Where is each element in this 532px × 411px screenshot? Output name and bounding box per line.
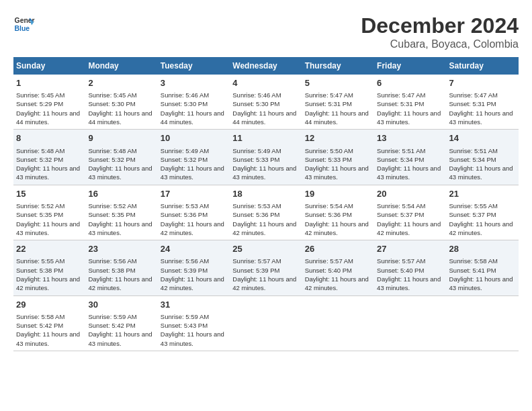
sunrise-label: Sunrise: 5:47 AM xyxy=(305,91,353,99)
daylight-label: Daylight: 11 hours and 43 minutes. xyxy=(161,165,224,181)
day-number: 13 xyxy=(377,132,443,144)
sunset-label: Sunset: 5:42 PM xyxy=(16,322,63,329)
sunrise-label: Sunrise: 5:58 AM xyxy=(16,313,64,320)
sunset-label: Sunset: 5:32 PM xyxy=(88,156,135,163)
sunset-label: Sunset: 5:31 PM xyxy=(449,100,496,107)
table-row: 6 Sunrise: 5:47 AM Sunset: 5:31 PM Dayli… xyxy=(374,75,446,130)
daylight-label: Daylight: 11 hours and 43 minutes. xyxy=(449,165,513,181)
day-number: 17 xyxy=(161,188,227,200)
sunset-label: Sunset: 5:30 PM xyxy=(232,100,279,107)
calendar-header-row: Sunday Monday Tuesday Wednesday Thursday… xyxy=(13,57,519,75)
sunset-label: Sunset: 5:32 PM xyxy=(16,156,63,163)
sunrise-label: Sunrise: 5:56 AM xyxy=(88,257,136,265)
daylight-label: Daylight: 11 hours and 42 minutes. xyxy=(305,275,369,291)
sunrise-label: Sunrise: 5:45 AM xyxy=(16,91,64,99)
table-row: 29 Sunrise: 5:58 AM Sunset: 5:42 PM Dayl… xyxy=(13,295,85,351)
day-number: 28 xyxy=(449,243,516,255)
daylight-label: Daylight: 11 hours and 42 minutes. xyxy=(232,275,296,291)
table-row: 30 Sunrise: 5:59 AM Sunset: 5:42 PM Dayl… xyxy=(85,295,157,351)
sunrise-label: Sunrise: 5:47 AM xyxy=(377,91,425,99)
day-number: 31 xyxy=(161,299,227,311)
sunrise-label: Sunrise: 5:51 AM xyxy=(377,147,425,154)
title-area: December 2024 Cubara, Boyaca, Colombia xyxy=(361,13,519,50)
calendar-week-4: 22 Sunrise: 5:55 AM Sunset: 5:38 PM Dayl… xyxy=(13,240,519,295)
calendar-week-3: 15 Sunrise: 5:52 AM Sunset: 5:35 PM Dayl… xyxy=(13,185,519,240)
daylight-label: Daylight: 11 hours and 43 minutes. xyxy=(16,165,80,181)
daylight-label: Daylight: 11 hours and 42 minutes. xyxy=(161,275,224,291)
col-thursday: Thursday xyxy=(302,57,374,75)
day-number: 18 xyxy=(232,188,299,200)
daylight-label: Daylight: 11 hours and 44 minutes. xyxy=(161,109,224,126)
sunrise-label: Sunrise: 5:47 AM xyxy=(449,91,498,99)
sunset-label: Sunset: 5:40 PM xyxy=(305,267,352,274)
daylight-label: Daylight: 11 hours and 43 minutes. xyxy=(16,220,80,236)
daylight-label: Daylight: 11 hours and 43 minutes. xyxy=(88,165,152,181)
sunrise-label: Sunrise: 5:54 AM xyxy=(305,202,353,210)
daylight-label: Daylight: 11 hours and 43 minutes. xyxy=(377,109,441,126)
daylight-label: Daylight: 11 hours and 42 minutes. xyxy=(305,220,369,236)
daylight-label: Daylight: 11 hours and 42 minutes. xyxy=(16,275,80,291)
day-number: 14 xyxy=(449,132,516,144)
sunset-label: Sunset: 5:39 PM xyxy=(232,267,279,274)
daylight-label: Daylight: 11 hours and 44 minutes. xyxy=(88,109,152,126)
sunrise-label: Sunrise: 5:59 AM xyxy=(88,313,136,320)
table-row xyxy=(302,295,374,351)
day-number: 19 xyxy=(305,188,371,200)
sunrise-label: Sunrise: 5:51 AM xyxy=(449,147,498,154)
day-number: 9 xyxy=(88,132,154,144)
table-row: 3 Sunrise: 5:46 AM Sunset: 5:30 PM Dayli… xyxy=(158,75,230,130)
day-number: 1 xyxy=(16,77,83,89)
sunset-label: Sunset: 5:30 PM xyxy=(161,100,208,107)
sunrise-label: Sunrise: 5:55 AM xyxy=(449,202,498,210)
day-number: 29 xyxy=(16,299,83,311)
table-row: 26 Sunrise: 5:57 AM Sunset: 5:40 PM Dayl… xyxy=(302,240,374,295)
day-number: 22 xyxy=(16,243,83,255)
sunset-label: Sunset: 5:43 PM xyxy=(161,322,208,329)
daylight-label: Daylight: 11 hours and 42 minutes. xyxy=(449,220,513,236)
sunset-label: Sunset: 5:36 PM xyxy=(305,211,352,218)
sunrise-label: Sunrise: 5:48 AM xyxy=(88,147,136,154)
sunrise-label: Sunrise: 5:52 AM xyxy=(16,202,64,210)
page-header: General Blue December 2024 Cubara, Boyac… xyxy=(13,13,519,50)
day-number: 3 xyxy=(161,77,227,89)
sunset-label: Sunset: 5:33 PM xyxy=(232,156,279,163)
sunset-label: Sunset: 5:40 PM xyxy=(377,267,424,274)
sunset-label: Sunset: 5:32 PM xyxy=(161,156,208,163)
sunrise-label: Sunrise: 5:59 AM xyxy=(161,313,209,320)
table-row: 19 Sunrise: 5:54 AM Sunset: 5:36 PM Dayl… xyxy=(302,185,374,240)
table-row: 9 Sunrise: 5:48 AM Sunset: 5:32 PM Dayli… xyxy=(85,130,157,185)
col-wednesday: Wednesday xyxy=(230,57,302,75)
daylight-label: Daylight: 11 hours and 43 minutes. xyxy=(305,165,369,181)
sunset-label: Sunset: 5:37 PM xyxy=(449,211,496,218)
table-row xyxy=(447,295,519,351)
sunset-label: Sunset: 5:38 PM xyxy=(88,267,135,274)
day-number: 12 xyxy=(305,132,371,144)
daylight-label: Daylight: 11 hours and 43 minutes. xyxy=(377,165,441,181)
sunset-label: Sunset: 5:34 PM xyxy=(377,156,424,163)
sunrise-label: Sunrise: 5:49 AM xyxy=(232,147,281,154)
table-row: 24 Sunrise: 5:56 AM Sunset: 5:39 PM Dayl… xyxy=(158,240,230,295)
day-number: 25 xyxy=(232,243,299,255)
day-number: 2 xyxy=(88,77,154,89)
table-row: 27 Sunrise: 5:57 AM Sunset: 5:40 PM Dayl… xyxy=(374,240,446,295)
sunrise-label: Sunrise: 5:52 AM xyxy=(88,202,136,210)
sunset-label: Sunset: 5:38 PM xyxy=(16,267,63,274)
table-row: 21 Sunrise: 5:55 AM Sunset: 5:37 PM Dayl… xyxy=(447,185,519,240)
table-row: 4 Sunrise: 5:46 AM Sunset: 5:30 PM Dayli… xyxy=(230,75,302,130)
sunrise-label: Sunrise: 5:53 AM xyxy=(232,202,281,210)
table-row: 7 Sunrise: 5:47 AM Sunset: 5:31 PM Dayli… xyxy=(447,75,519,130)
calendar-table: Sunday Monday Tuesday Wednesday Thursday… xyxy=(13,57,519,351)
day-number: 21 xyxy=(449,188,516,200)
day-number: 11 xyxy=(232,132,299,144)
daylight-label: Daylight: 11 hours and 42 minutes. xyxy=(377,220,441,236)
day-number: 27 xyxy=(377,243,443,255)
table-row: 17 Sunrise: 5:53 AM Sunset: 5:36 PM Dayl… xyxy=(158,185,230,240)
sunset-label: Sunset: 5:35 PM xyxy=(88,211,135,218)
daylight-label: Daylight: 11 hours and 44 minutes. xyxy=(232,109,296,126)
day-number: 8 xyxy=(16,132,83,144)
sunrise-label: Sunrise: 5:49 AM xyxy=(161,147,209,154)
sunset-label: Sunset: 5:36 PM xyxy=(161,211,208,218)
day-number: 7 xyxy=(449,77,516,89)
table-row: 1 Sunrise: 5:45 AM Sunset: 5:29 PM Dayli… xyxy=(13,75,85,130)
sunrise-label: Sunrise: 5:46 AM xyxy=(161,91,209,99)
